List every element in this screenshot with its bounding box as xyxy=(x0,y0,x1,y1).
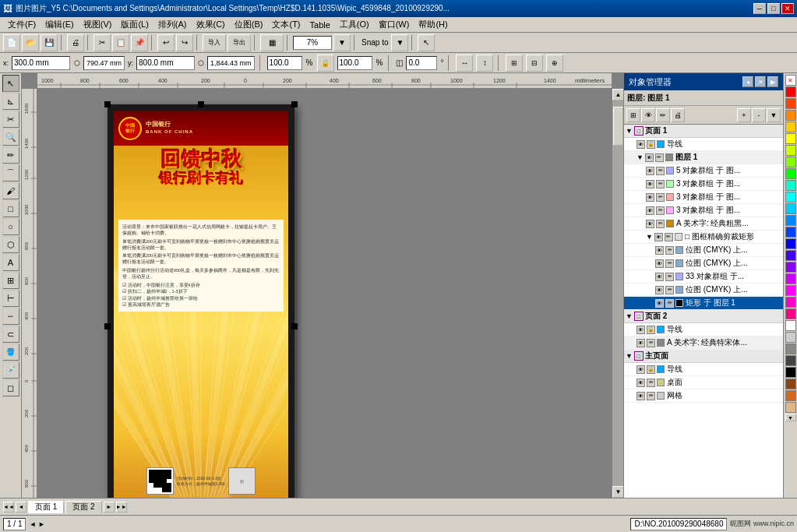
print-btn[interactable]: 🖨 xyxy=(67,34,84,51)
selection-handle-tc[interactable] xyxy=(198,101,204,107)
color-swatch-23[interactable] xyxy=(785,355,796,366)
scroll-track[interactable] xyxy=(612,100,623,486)
tree-guide1[interactable]: 👁 🔒 导线 xyxy=(624,138,783,151)
selection-handle-mr[interactable] xyxy=(291,323,298,329)
menu-effects[interactable]: 效果(C) xyxy=(192,18,230,31)
tree-obj-text[interactable]: 👁 ✏ A 美术字: 经典粗黑... xyxy=(624,217,783,231)
scroll-down-btn[interactable]: ▼ xyxy=(612,486,623,498)
mirror-h-btn[interactable]: ↔ xyxy=(456,55,473,72)
save-btn[interactable]: 💾 xyxy=(41,34,58,51)
tree-page1[interactable]: ▼ □ 页面 1 xyxy=(624,125,783,138)
color-swatch-4[interactable] xyxy=(785,133,796,144)
vscrollbar[interactable]: ▲ ▼ xyxy=(612,89,623,498)
paste-btn[interactable]: 📌 xyxy=(131,34,148,51)
freehand-tool[interactable]: ✏ xyxy=(2,146,19,164)
panel-expand-btn[interactable]: ◂ xyxy=(742,76,753,87)
panel-close-btn[interactable]: ✕ xyxy=(755,76,766,87)
tree-obj-bitmap2[interactable]: 👁 ✏ 位图 (CMYK) 上... xyxy=(624,257,783,270)
transform3-btn[interactable]: ⊕ xyxy=(546,55,563,72)
menu-text[interactable]: 文本(T) xyxy=(267,18,305,31)
color-swatch-6[interactable] xyxy=(785,157,796,167)
zoom-list-btn[interactable]: ▼ xyxy=(333,34,351,51)
lock-proportions-btn[interactable]: 🔒 xyxy=(317,55,334,72)
tree-obj-bitmap1[interactable]: 👁 ✏ 位图 (CMYK) 上... xyxy=(624,244,783,257)
app-launcher-btn[interactable]: ▦ xyxy=(260,34,284,51)
color-swatch-25[interactable] xyxy=(785,379,796,389)
color-swatch-17[interactable] xyxy=(785,285,796,296)
color-swatch-2[interactable] xyxy=(785,110,796,121)
tree-obj-rect[interactable]: 👁 ✏ 矩形 于 图层 1 xyxy=(624,297,783,310)
obj-tb-edit-btn[interactable]: ✏ xyxy=(656,108,670,122)
menu-arrange[interactable]: 排列(A) xyxy=(153,18,192,31)
page-last-btn[interactable]: ►► xyxy=(116,502,127,513)
export-btn[interactable]: 导出 xyxy=(227,34,251,51)
color-swatch-11[interactable] xyxy=(785,215,796,226)
menu-bitmap[interactable]: 位图(B) xyxy=(230,18,268,31)
color-swatch-13[interactable] xyxy=(785,238,796,249)
tree-masterpage[interactable]: ▼ □ 主页面 xyxy=(624,350,783,363)
color-swatch-0[interactable] xyxy=(785,86,796,97)
selection-handle-ml[interactable] xyxy=(104,323,111,329)
undo-btn[interactable]: ↩ xyxy=(157,34,175,51)
page-first-btn[interactable]: ◄◄ xyxy=(3,502,14,513)
document-container[interactable]: .ray { stroke: #fff6a0; stroke-width: 1;… xyxy=(108,104,294,498)
color-swatch-5[interactable] xyxy=(785,145,796,156)
tree-page2[interactable]: ▼ □ 页面 2 xyxy=(624,310,783,323)
tree-obj-frame[interactable]: ▼ 👁 ✏ □ 图框精确剪裁矩形 xyxy=(624,231,783,244)
fill-tool[interactable]: 🪣 xyxy=(2,344,19,361)
menu-edit[interactable]: 编辑(E) xyxy=(41,18,79,31)
scroll-up-btn[interactable]: ▲ xyxy=(612,89,623,100)
menu-tools[interactable]: 工具(O) xyxy=(335,18,374,31)
selection-handle-tl[interactable] xyxy=(104,101,111,107)
canvas-content[interactable]: .ray { stroke: #fff6a0; stroke-width: 1;… xyxy=(37,89,612,498)
outline-tool[interactable]: ◻ xyxy=(2,379,19,396)
tree-guide2[interactable]: 👁 🔒 导线 xyxy=(624,323,783,336)
menu-window[interactable]: 窗口(W) xyxy=(374,18,414,31)
open-btn[interactable]: 📂 xyxy=(22,34,39,51)
tree-obj-group3c[interactable]: 👁 ✏ 3 对象群组 于 图... xyxy=(624,204,783,217)
tree-obj-group33[interactable]: 👁 ✏ 33 对象群组 于... xyxy=(624,270,783,284)
minimize-button[interactable]: ─ xyxy=(753,3,766,14)
color-swatch-12[interactable] xyxy=(785,227,796,238)
import-btn[interactable]: 导入 xyxy=(203,34,226,51)
polygon-tool[interactable]: ⬡ xyxy=(2,236,19,253)
cursor-btn[interactable]: ↖ xyxy=(418,34,435,51)
color-swatch-27[interactable] xyxy=(785,402,796,413)
color-swatch-24[interactable] xyxy=(785,367,796,378)
selection-handle-tr[interactable] xyxy=(291,101,298,107)
color-swatch-8[interactable] xyxy=(785,180,796,191)
page-tab-2[interactable]: 页面 2 xyxy=(65,501,101,513)
tree-obj-group5[interactable]: 👁 ✏ 5 对象群组 于 图... xyxy=(624,164,783,178)
color-swatch-10[interactable] xyxy=(785,203,796,214)
close-button[interactable]: ✕ xyxy=(781,3,794,14)
color-swatch-26[interactable] xyxy=(785,390,796,401)
zoom-tool[interactable]: 🔍 xyxy=(2,129,19,146)
tree-grid[interactable]: 👁 ✏ 网格 xyxy=(624,389,783,403)
page-prev-btn[interactable]: ◄ xyxy=(16,502,26,513)
table-tool[interactable]: ⊞ xyxy=(2,272,19,289)
redo-btn[interactable]: ↪ xyxy=(176,34,193,51)
menu-table[interactable]: Table xyxy=(305,19,335,30)
canvas-area[interactable]: 1000 800 600 400 200 0 200 400 600 800 xyxy=(22,73,623,498)
mirror-v-btn[interactable]: ↕ xyxy=(476,55,493,72)
tree-layer1-p2[interactable]: 👁 ✏ A 美术字: 经典特宋体... xyxy=(624,336,783,350)
obj-tb-print-btn[interactable]: 🖨 xyxy=(671,108,685,122)
new-btn[interactable]: 📄 xyxy=(3,34,20,51)
w-input[interactable] xyxy=(267,56,302,70)
zoom-input[interactable] xyxy=(293,36,332,50)
eyedropper-tool[interactable]: 💉 xyxy=(2,361,19,379)
color-swatch-21[interactable] xyxy=(785,332,796,343)
transform2-btn[interactable]: ⊟ xyxy=(526,55,543,72)
h-input[interactable] xyxy=(337,56,372,70)
obj-tb-view-btn[interactable]: 👁 xyxy=(641,108,655,122)
shape-tool[interactable]: ⊾ xyxy=(2,93,19,110)
text-tool[interactable]: A xyxy=(2,254,19,271)
menu-file[interactable]: 文件(F) xyxy=(3,18,41,31)
crop-tool[interactable]: ✂ xyxy=(2,111,19,128)
menu-layout[interactable]: 版面(L) xyxy=(116,18,153,31)
color-swatch-7[interactable] xyxy=(785,168,796,179)
transform-btn[interactable]: ⊞ xyxy=(506,55,523,72)
obj-tree[interactable]: ▼ □ 页面 1 👁 🔒 导线 ▼ 👁 ✏ 图层 1 👁 xyxy=(624,125,783,498)
bezier-tool[interactable]: ⌒ xyxy=(2,164,19,181)
ellipse-tool[interactable]: ○ xyxy=(2,218,19,235)
